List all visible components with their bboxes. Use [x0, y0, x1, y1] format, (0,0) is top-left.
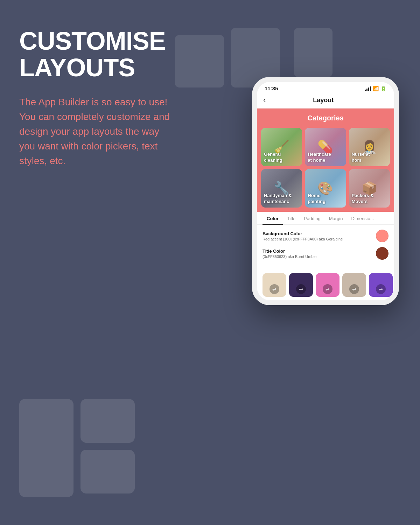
category-card-0[interactable]: 🧹General cleaning [261, 128, 302, 166]
title-color-swatch[interactable] [376, 247, 388, 260]
shuffle-btn-3[interactable]: ⇌ [349, 284, 359, 294]
color-picker-row: ⇌⇌⇌⇌⇌⇌ [257, 270, 394, 300]
category-label-4: Home painting [308, 193, 326, 205]
signal-bar-2 [366, 89, 368, 91]
back-button[interactable]: ‹ [263, 96, 266, 105]
category-card-3[interactable]: 🔧Handyman & maintenanc [261, 169, 302, 208]
category-label-1: Healthcare at home [308, 152, 331, 163]
tab-padding[interactable]: Padding [300, 212, 325, 225]
deco-rect-1 [175, 35, 224, 88]
signal-bars-icon [365, 86, 371, 91]
signal-bar-4 [370, 86, 371, 91]
title-color-name: Title Color [262, 248, 317, 254]
category-label-5: Packers & Movers [352, 193, 374, 205]
status-bar: 11:35 📶 🔋 [257, 82, 394, 93]
category-card-5[interactable]: 📦Packers & Movers [349, 169, 390, 208]
signal-bar-3 [368, 88, 369, 91]
signal-bar-1 [365, 90, 366, 91]
color-chip-2[interactable]: ⇌ [316, 273, 340, 297]
tab-color[interactable]: Color [262, 212, 283, 225]
bg-color-info: Background Color Red accent [100] (0xFFF… [262, 231, 343, 241]
nav-bar: ‹ Layout [257, 93, 394, 108]
title-color-info: Title Color (0xFF853623) aka Burnt Umber [262, 248, 317, 259]
shuffle-btn-1[interactable]: ⇌ [296, 284, 306, 294]
bottom-card-group [80, 399, 135, 497]
deco-rect-3 [294, 28, 332, 77]
bottom-card-short-1 [80, 399, 135, 443]
bg-color-name: Background Color [262, 231, 343, 236]
shuffle-btn-2[interactable]: ⇌ [323, 284, 332, 294]
categories-header: Categories [257, 108, 394, 128]
category-card-4[interactable]: 🎨Home painting [305, 169, 346, 208]
category-label-0: General cleaning [264, 152, 282, 163]
main-title: CUSTOMISE LAYOUTS [19, 28, 173, 81]
status-time: 11:35 [265, 85, 278, 91]
customize-panel: ColorTitlePaddingMarginDimensio... Backg… [257, 212, 394, 300]
categories-title: Categories [307, 114, 343, 122]
phone-inner: 11:35 📶 🔋 ‹ Lay [257, 82, 394, 300]
category-label-3: Handyman & maintenanc [264, 193, 292, 205]
color-chip-3[interactable]: ⇌ [342, 273, 366, 297]
title-color-desc: (0xFF853623) aka Burnt Umber [262, 254, 317, 259]
tabs-row: ColorTitlePaddingMarginDimensio... [257, 212, 394, 225]
shuffle-btn-4[interactable]: ⇌ [376, 284, 386, 294]
tab-margin[interactable]: Margin [325, 212, 347, 225]
categories-grid: 🧹General cleaning💊Healthcare at home👩‍⚕️… [257, 128, 394, 212]
left-content: CUSTOMISE LAYOUTS The App Builder is so … [19, 28, 173, 168]
bg-color-swatch[interactable] [376, 230, 388, 242]
phone-outer: 11:35 📶 🔋 ‹ Lay [252, 77, 399, 305]
panel-section: Background Color Red accent [100] (0xFFF… [257, 225, 394, 270]
bg-color-desc: Red accent [100] (0xFFFF8A80) aka Gerald… [262, 237, 343, 241]
shuffle-btn-0[interactable]: ⇌ [270, 284, 279, 294]
color-chip-4[interactable]: ⇌ [369, 273, 393, 297]
phone-mockup: 11:35 📶 🔋 ‹ Lay [252, 77, 399, 305]
battery-icon: 🔋 [380, 86, 386, 91]
color-chip-0[interactable]: ⇌ [262, 273, 286, 297]
tab-dimensio---[interactable]: Dimensio... [347, 212, 378, 225]
status-icons: 📶 🔋 [365, 86, 386, 91]
category-label-2: Nurse at hom [352, 152, 370, 163]
wifi-icon: 📶 [373, 86, 379, 91]
app-content: Categories 🧹General cleaning💊Healthcare … [257, 108, 394, 212]
bottom-cards [19, 399, 135, 497]
bg-color-row: Background Color Red accent [100] (0xFFF… [262, 230, 388, 242]
color-chip-1[interactable]: ⇌ [289, 273, 313, 297]
title-line1: CUSTOMISE [19, 27, 166, 55]
category-card-2[interactable]: 👩‍⚕️Nurse at hom [349, 128, 390, 166]
bottom-card-tall [19, 399, 74, 497]
title-line2: LAYOUTS [19, 54, 135, 82]
title-color-row: Title Color (0xFF853623) aka Burnt Umber [262, 247, 388, 260]
bottom-card-short-2 [80, 450, 135, 493]
sub-text: The App Builder is so easy to use! You c… [19, 95, 173, 168]
category-card-1[interactable]: 💊Healthcare at home [305, 128, 346, 166]
tab-title[interactable]: Title [283, 212, 300, 225]
nav-title: Layout [269, 97, 377, 104]
